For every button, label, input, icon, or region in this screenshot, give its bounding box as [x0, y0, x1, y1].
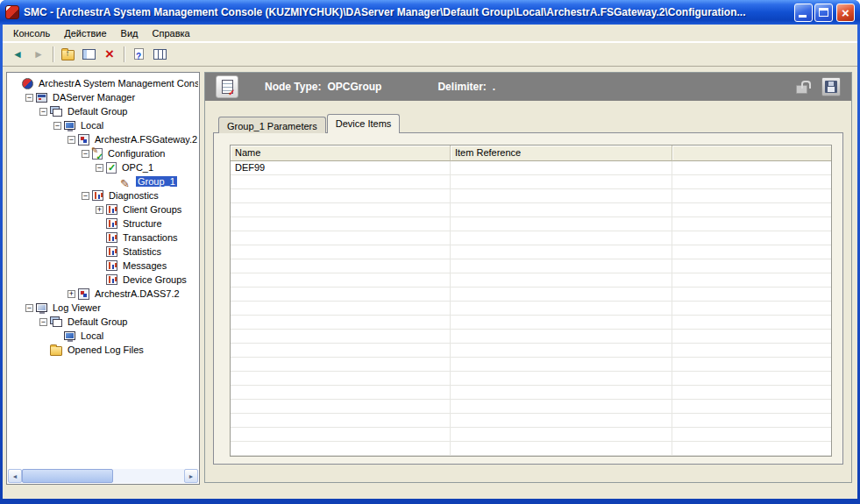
tab-strip: Group_1 ParametersDevice Items	[218, 114, 401, 133]
table-row[interactable]	[231, 302, 831, 316]
tree-item-client-groups[interactable]: +Client Groups	[8, 202, 198, 217]
minimize-button[interactable]	[794, 4, 813, 22]
table-row[interactable]	[231, 231, 831, 245]
scrollbar-track[interactable]	[22, 469, 184, 483]
header-actions	[795, 77, 841, 96]
console-tree-panel: ArchestrA System Management Console−DASe…	[6, 72, 200, 485]
tree-item-default-group[interactable]: −Default Group	[8, 104, 198, 118]
close-button[interactable]	[836, 4, 855, 22]
expand-icon[interactable]: +	[68, 290, 75, 298]
tree-item-opened-log-files[interactable]: Opened Log Files	[8, 343, 198, 357]
tree-item-label: Default Group	[66, 106, 129, 117]
cell	[451, 189, 672, 203]
tree-item-log-viewer[interactable]: −Log Viewer	[8, 301, 198, 315]
lock-button[interactable]	[795, 81, 809, 94]
tree-hscrollbar[interactable]: ◄ ►	[8, 469, 198, 483]
tree-item-daserver-manager[interactable]: −DAServer Manager	[8, 90, 198, 104]
tree-item-opc-1[interactable]: −OPC_1	[8, 160, 198, 174]
tree-item-transactions[interactable]: Transactions	[8, 231, 198, 245]
column-header-item-reference[interactable]: Item Reference	[451, 146, 672, 161]
cell	[451, 372, 672, 386]
table-row[interactable]: DEF99	[231, 161, 831, 175]
help-button[interactable]	[128, 45, 149, 64]
table-row[interactable]	[231, 414, 831, 428]
table-row[interactable]	[231, 245, 831, 259]
collapse-icon[interactable]: −	[96, 164, 103, 172]
tree-item-local[interactable]: Local	[8, 329, 198, 343]
arrow-left-icon	[11, 48, 24, 60]
cell	[231, 428, 451, 442]
gateway-icon	[78, 134, 89, 146]
tree-item-messages[interactable]: Messages	[8, 259, 198, 273]
collapse-icon[interactable]: −	[53, 122, 61, 130]
tree-item-structure[interactable]: Structure	[8, 217, 198, 231]
back-button[interactable]	[7, 45, 28, 64]
tree-item-archestra-system-management-console[interactable]: ArchestrA System Management Console	[8, 76, 198, 90]
table-row[interactable]	[231, 287, 831, 302]
tree-item-label: Opened Log Files	[66, 344, 146, 355]
tree-item-archestra-fsgateway-2[interactable]: −ArchestrA.FSGateway.2	[8, 132, 198, 146]
export-list-button[interactable]	[149, 45, 170, 64]
menu-console[interactable]: Консоль	[6, 25, 57, 41]
table-row[interactable]	[231, 330, 831, 344]
cell	[672, 358, 831, 372]
tab-group-1-parameters[interactable]: Group_1 Parameters	[218, 117, 326, 133]
titlebar[interactable]: SMC - [ArchestrA System Management Conso…	[0, 0, 860, 25]
tab-device-items[interactable]: Device Items	[327, 114, 401, 133]
tree-item-diagnostics[interactable]: −Diagnostics	[8, 188, 198, 202]
table-row[interactable]	[231, 386, 831, 400]
table-row[interactable]	[231, 259, 831, 273]
tree-item-statistics[interactable]: Statistics	[8, 245, 198, 259]
table-row[interactable]	[231, 189, 831, 203]
document-icon: ✓	[222, 80, 233, 94]
scroll-left-button[interactable]: ◄	[8, 469, 22, 483]
cell	[672, 442, 831, 456]
collapse-icon[interactable]: −	[82, 150, 89, 158]
cell	[451, 231, 672, 245]
collapse-icon[interactable]: −	[39, 108, 47, 116]
table-row[interactable]	[231, 358, 831, 372]
collapse-icon[interactable]: −	[25, 94, 33, 102]
cell	[231, 302, 451, 316]
delete-button[interactable]	[99, 45, 120, 64]
collapse-icon[interactable]: −	[68, 136, 75, 144]
tree-item-group-1[interactable]: Group_1	[8, 174, 198, 188]
scroll-right-button[interactable]: ►	[184, 469, 198, 483]
tree-item-device-groups[interactable]: Device Groups	[8, 273, 198, 287]
save-button[interactable]	[821, 77, 841, 96]
tree-item-label: DAServer Manager	[51, 92, 137, 103]
tree-item-local[interactable]: −Local	[8, 118, 198, 132]
column-header-name[interactable]: Name	[231, 146, 451, 161]
table-row[interactable]	[231, 344, 831, 358]
table-row[interactable]	[231, 428, 831, 442]
tree-item-default-group[interactable]: −Default Group	[8, 315, 198, 329]
table-row[interactable]	[231, 442, 831, 456]
column-header-blank[interactable]	[672, 146, 831, 161]
collapse-icon[interactable]: −	[82, 192, 89, 200]
cell	[451, 400, 672, 414]
tree-item-configuration[interactable]: −Configuration	[8, 146, 198, 160]
menu-help[interactable]: Справка	[146, 25, 197, 41]
table-row[interactable]	[231, 372, 831, 386]
menu-action[interactable]: Действие	[57, 25, 113, 41]
expand-icon[interactable]: +	[96, 206, 103, 214]
show-hide-tree-button[interactable]	[78, 45, 99, 64]
table-row[interactable]	[231, 203, 831, 217]
up-one-level-button[interactable]	[57, 45, 78, 64]
table-row[interactable]	[231, 400, 831, 414]
tree-item-label: Default Group	[66, 316, 129, 327]
table-row[interactable]	[231, 316, 831, 330]
cell	[451, 287, 672, 302]
table-row[interactable]	[231, 217, 831, 231]
menu-view[interactable]: Вид	[114, 25, 146, 41]
scrollbar-thumb[interactable]	[22, 469, 113, 483]
collapse-icon[interactable]: −	[39, 318, 47, 326]
cell	[231, 259, 451, 273]
tree-item-archestra-dass7-2[interactable]: +ArchestrA.DASS7.2	[8, 287, 198, 301]
table-row[interactable]	[231, 175, 831, 189]
maximize-button[interactable]	[814, 4, 833, 22]
table-body: DEF99	[231, 161, 831, 456]
table-row[interactable]	[231, 273, 831, 287]
close-icon	[837, 4, 854, 21]
collapse-icon[interactable]: −	[25, 304, 33, 312]
